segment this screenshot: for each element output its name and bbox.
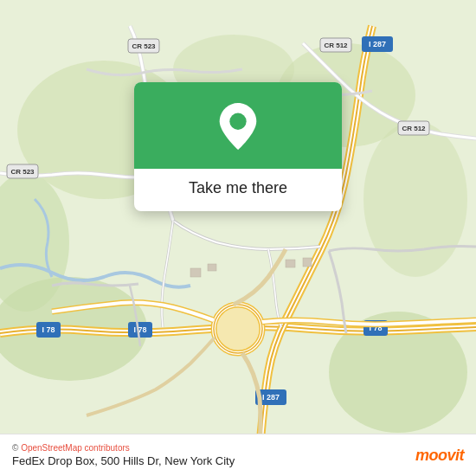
svg-text:CR 512: CR 512 (324, 42, 348, 49)
svg-text:I 287: I 287 (262, 393, 280, 402)
bottom-bar: © OpenStreetMap contributors FedEx Drop … (0, 434, 476, 476)
moovit-label: moovit (415, 447, 464, 465)
svg-rect-31 (190, 268, 201, 277)
svg-text:CR 523: CR 523 (10, 168, 35, 176)
svg-text:I 287: I 287 (369, 40, 386, 48)
card-header (134, 82, 342, 169)
svg-text:CR 512: CR 512 (402, 125, 426, 132)
osm-link[interactable]: OpenStreetMap contributors (21, 443, 130, 453)
map-roads: I 78 I 78 I 78 I 78 I 287 I 287 CR 523 C… (0, 0, 476, 476)
svg-point-5 (363, 121, 467, 277)
map-container: I 78 I 78 I 78 I 78 I 287 I 287 CR 523 C… (0, 0, 476, 476)
svg-rect-32 (208, 264, 216, 271)
svg-text:I 78: I 78 (133, 325, 146, 334)
svg-point-35 (229, 113, 246, 130)
moovit-logo: moovit (415, 447, 464, 465)
svg-text:I 78: I 78 (42, 325, 55, 334)
svg-text:CR 523: CR 523 (132, 42, 156, 50)
location-title: FedEx Drop Box, 500 Hills Dr, New York C… (12, 454, 235, 467)
location-pin-icon (215, 101, 261, 153)
osm-attribution: © OpenStreetMap contributors (12, 443, 235, 453)
svg-rect-34 (303, 258, 312, 267)
bottom-left: © OpenStreetMap contributors FedEx Drop … (12, 443, 235, 467)
location-card: Take me there (134, 82, 342, 211)
svg-rect-33 (286, 260, 295, 267)
take-me-there-button[interactable]: Take me there (171, 169, 305, 211)
copyright-symbol: © (12, 443, 18, 453)
